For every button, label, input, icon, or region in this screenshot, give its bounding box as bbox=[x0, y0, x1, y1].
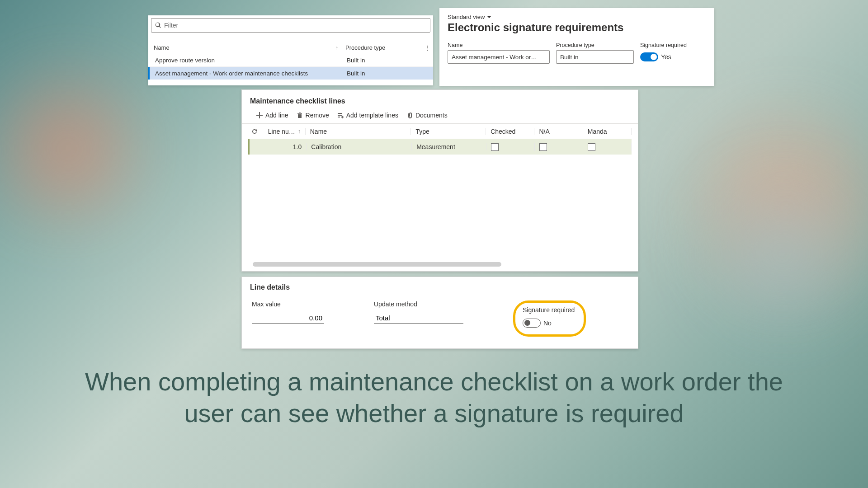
sig-required-label: Signature required bbox=[640, 42, 687, 48]
add-template-icon bbox=[337, 112, 344, 118]
refresh-icon bbox=[251, 128, 258, 135]
col-na[interactable]: N/A bbox=[539, 128, 549, 135]
col-name-header[interactable]: Name bbox=[154, 44, 170, 51]
col-lineno[interactable]: Line nu… bbox=[268, 128, 295, 135]
sig-required-state: Yes bbox=[661, 53, 671, 61]
line-sig-label: Signature required bbox=[523, 306, 575, 314]
column-menu-icon[interactable]: ⋮ bbox=[425, 44, 433, 51]
refresh-button[interactable] bbox=[248, 128, 260, 135]
update-method-field[interactable] bbox=[374, 312, 463, 324]
line-details-title: Line details bbox=[242, 277, 638, 294]
attachment-icon bbox=[406, 112, 413, 118]
filter-input[interactable] bbox=[164, 22, 426, 29]
sort-asc-icon: ↑ bbox=[335, 45, 338, 51]
row-type: Built in bbox=[344, 70, 433, 77]
signature-requirements-panel: Standard view Electronic signature requi… bbox=[439, 8, 714, 86]
cell-lineno: 1.0 bbox=[262, 143, 307, 150]
type-field[interactable]: Built in bbox=[556, 50, 634, 64]
checklist-toolbar: Add line Remove Add template lines Docum… bbox=[242, 110, 638, 124]
remove-label: Remove bbox=[306, 112, 329, 119]
add-line-label: Add line bbox=[265, 112, 288, 119]
grid-header: Line nu…↑ Name Type Checked N/A Manda bbox=[248, 124, 632, 139]
col-type-header[interactable]: Procedure type bbox=[345, 44, 385, 51]
name-field[interactable]: Asset management - Work or… bbox=[448, 50, 550, 64]
remove-button[interactable]: Remove bbox=[297, 112, 329, 119]
checklist-title: Maintenance checklist lines bbox=[242, 90, 638, 110]
line-details-panel: Line details Max value Update method Sig… bbox=[241, 277, 638, 349]
sig-required-toggle[interactable] bbox=[640, 52, 658, 61]
line-sig-toggle[interactable] bbox=[523, 319, 541, 328]
slide-caption: When completing a maintenance checklist … bbox=[0, 366, 868, 429]
sort-asc-icon: ↑ bbox=[298, 128, 301, 135]
row-name: Asset management - Work order maintenanc… bbox=[150, 70, 344, 77]
add-template-label: Add template lines bbox=[346, 112, 398, 119]
search-icon bbox=[155, 22, 161, 28]
row-name: Approve route version bbox=[150, 57, 344, 64]
plus-icon bbox=[256, 112, 263, 118]
na-checkbox[interactable] bbox=[539, 143, 547, 151]
list-row-selected[interactable]: Asset management - Work order maintenanc… bbox=[148, 67, 433, 80]
add-template-button[interactable]: Add template lines bbox=[337, 112, 398, 119]
col-mandatory[interactable]: Manda bbox=[588, 128, 607, 135]
list-header: Name ↑ Procedure type ⋮ bbox=[148, 42, 433, 54]
list-row[interactable]: Approve route version Built in bbox=[148, 54, 433, 67]
cell-name: Calibration bbox=[307, 143, 412, 150]
col-type[interactable]: Type bbox=[415, 128, 429, 135]
documents-button[interactable]: Documents bbox=[406, 112, 448, 119]
signature-list-panel: Name ↑ Procedure type ⋮ Approve route ve… bbox=[148, 15, 433, 85]
sig-required-highlight: Signature required No bbox=[513, 300, 586, 337]
row-type: Built in bbox=[344, 57, 433, 64]
cell-type: Measurement bbox=[412, 143, 486, 150]
view-selector[interactable]: Standard view bbox=[448, 14, 706, 20]
col-checked[interactable]: Checked bbox=[491, 128, 515, 135]
checklist-lines-panel: Maintenance checklist lines Add line Rem… bbox=[241, 89, 638, 272]
horizontal-scrollbar[interactable] bbox=[253, 262, 501, 267]
line-sig-state: No bbox=[543, 319, 552, 327]
chevron-down-icon bbox=[486, 14, 492, 20]
type-label: Procedure type bbox=[556, 42, 634, 48]
update-method-label: Update method bbox=[374, 300, 463, 308]
grid-row[interactable]: 1.0 Calibration Measurement bbox=[248, 139, 632, 155]
add-line-button[interactable]: Add line bbox=[256, 112, 288, 119]
documents-label: Documents bbox=[415, 112, 448, 119]
max-value-label: Max value bbox=[252, 300, 324, 308]
trash-icon bbox=[297, 112, 303, 118]
col-name[interactable]: Name bbox=[310, 128, 327, 135]
checked-checkbox[interactable] bbox=[491, 143, 499, 151]
view-label: Standard view bbox=[448, 14, 485, 20]
filter-box[interactable] bbox=[151, 18, 430, 33]
name-label: Name bbox=[448, 42, 550, 48]
mandatory-checkbox[interactable] bbox=[588, 143, 595, 151]
max-value-field[interactable] bbox=[252, 312, 324, 324]
panel-title: Electronic signature requirements bbox=[448, 21, 706, 34]
